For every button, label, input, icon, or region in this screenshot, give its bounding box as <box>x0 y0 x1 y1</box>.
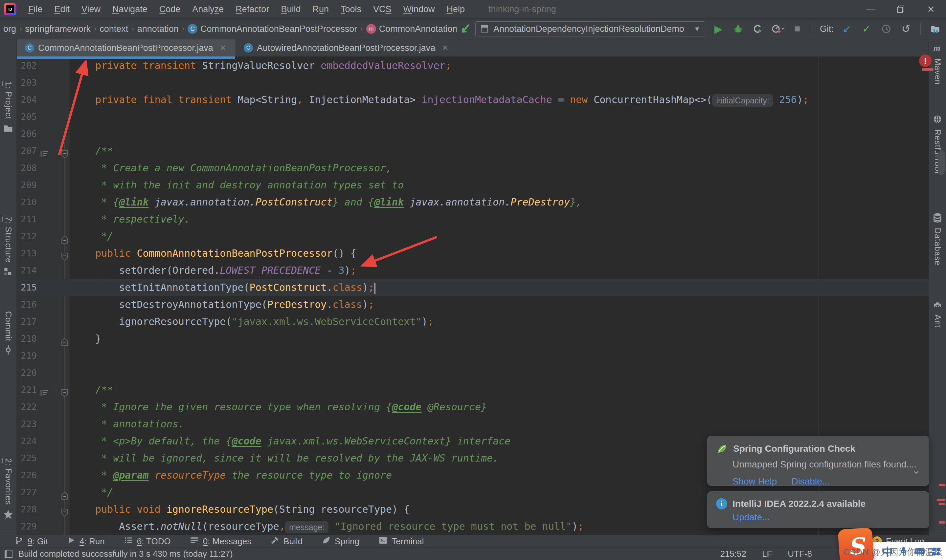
line-number[interactable]: 213 <box>17 245 37 262</box>
line-number[interactable]: 226 <box>17 467 37 484</box>
breadcrumb-item-1[interactable]: org <box>3 24 16 34</box>
code-line-213[interactable]: 213public CommonAnnotationBeanPostProces… <box>17 245 946 262</box>
debug-button[interactable] <box>732 22 745 35</box>
line-number[interactable]: 223 <box>17 415 37 432</box>
restore-button[interactable] <box>886 0 916 18</box>
close-tab-icon[interactable]: ✕ <box>220 43 226 52</box>
breadcrumb-item-5[interactable]: CCommonAnnotationBeanPostProcessor <box>188 24 357 34</box>
code-line-222[interactable]: 222 * Ignore the given resource type whe… <box>17 398 946 415</box>
line-number[interactable]: 219 <box>17 347 37 365</box>
menu-item-window[interactable]: Window <box>399 3 439 16</box>
project-structure-button[interactable] <box>929 22 942 35</box>
sidebar-item-database[interactable]: Database <box>929 213 946 266</box>
code-line-206[interactable]: 206 <box>17 125 946 143</box>
close-button[interactable]: ✕ <box>916 0 946 18</box>
line-number[interactable]: 210 <box>17 194 37 211</box>
toolwindow-messages[interactable]: 0: Messages <box>190 536 251 547</box>
scroll-from-source-icon[interactable] <box>459 23 471 37</box>
notification-spring-config[interactable]: Spring Configuration Check Unmapped Spri… <box>707 436 929 486</box>
background-tasks-icon[interactable] <box>5 550 12 558</box>
error-stripe-mark[interactable] <box>939 503 945 505</box>
toolwindow-run[interactable]: 4: Run <box>67 536 105 547</box>
menu-item-file[interactable]: File <box>24 3 47 16</box>
code-line-207[interactable]: 207/** <box>17 143 946 160</box>
stop-button[interactable] <box>790 22 804 35</box>
menu-item-tools[interactable]: Tools <box>336 3 366 16</box>
line-number[interactable]: 208 <box>17 160 37 177</box>
code-line-214[interactable]: 214 setOrder(Ordered.LOWEST_PRECEDENCE -… <box>17 262 946 279</box>
breadcrumb-item-6[interactable]: mCommonAnnotationB <box>366 24 456 34</box>
code-line-211[interactable]: 211 * respectively. <box>17 211 946 228</box>
git-update-button[interactable]: ↙ <box>840 22 854 35</box>
line-number[interactable]: 204 <box>17 91 37 108</box>
git-commit-button[interactable]: ✓ <box>860 22 873 35</box>
code-line-209[interactable]: 209 * with the init and destroy annotati… <box>17 177 946 194</box>
error-stripe-mark[interactable] <box>937 499 945 501</box>
breadcrumb-item-2[interactable]: springframework <box>25 24 91 34</box>
sidebar-item-maven[interactable]: mMaven <box>929 43 946 85</box>
error-stripe-mark[interactable] <box>922 68 934 71</box>
line-number[interactable]: 220 <box>17 365 37 382</box>
sidebar-item-commit[interactable]: Commit <box>0 311 17 356</box>
menu-item-run[interactable]: Run <box>308 3 333 16</box>
breadcrumb-item-3[interactable]: context <box>100 24 128 34</box>
code-line-203[interactable]: 203 <box>17 74 946 91</box>
editor-tab-2[interactable]: CAutowiredAnnotationBeanPostProcessor.ja… <box>235 39 457 57</box>
toolwindow-terminal[interactable]: Terminal <box>378 536 424 547</box>
code-line-212[interactable]: 212 */ <box>17 228 946 245</box>
sidebar-item-favorites[interactable]: 2: Favorites <box>0 458 17 521</box>
rollback-button[interactable]: ↺ <box>899 22 912 35</box>
toolwindow-spring[interactable]: Spring <box>322 536 359 547</box>
menu-item-build[interactable]: Build <box>276 3 305 16</box>
update-link[interactable]: Update... <box>732 512 770 523</box>
line-number[interactable]: 207 <box>17 143 37 160</box>
code-line-210[interactable]: 210 * {@link javax.annotation.PostConstr… <box>17 194 946 211</box>
line-number[interactable]: 202 <box>17 57 37 74</box>
sidebar-item-ant[interactable]: Ant <box>929 299 946 328</box>
line-number[interactable]: 205 <box>17 108 37 125</box>
line-number[interactable]: 224 <box>17 432 37 450</box>
code-line-219[interactable]: 219 <box>17 347 946 365</box>
menu-item-help[interactable]: Help <box>442 3 470 16</box>
code-line-218[interactable]: 218} <box>17 330 946 347</box>
line-number[interactable]: 228 <box>17 501 37 518</box>
code-line-208[interactable]: 208 * Create a new CommonAnnotationBeanP… <box>17 160 946 177</box>
line-number[interactable]: 222 <box>17 398 37 415</box>
code-line-223[interactable]: 223 * annotations. <box>17 415 946 432</box>
show-help-link[interactable]: Show Help <box>732 476 777 487</box>
line-number[interactable]: 215 <box>17 279 37 296</box>
sidebar-item-project[interactable]: 1: Project <box>0 82 17 135</box>
sidebar-item-structure[interactable]: 7: Structure <box>0 217 17 277</box>
editor-scrollbar[interactable] <box>938 150 945 175</box>
line-number[interactable]: 217 <box>17 313 37 330</box>
file-encoding[interactable]: UTF-8 <box>788 549 812 559</box>
caret-position[interactable]: 215:52 <box>720 549 746 559</box>
menu-item-view[interactable]: View <box>77 3 105 16</box>
line-number[interactable]: 209 <box>17 177 37 194</box>
close-tab-icon[interactable]: ✕ <box>442 43 448 52</box>
line-number[interactable]: 218 <box>17 330 37 347</box>
toolwindow-build[interactable]: Build <box>270 536 302 547</box>
line-number[interactable]: 227 <box>17 484 37 501</box>
line-number[interactable]: 212 <box>17 228 37 245</box>
menu-item-analyze[interactable]: Analyze <box>188 3 228 16</box>
line-number[interactable]: 211 <box>17 211 37 228</box>
menu-item-vcs[interactable]: VCS <box>368 3 396 16</box>
toolwindow-git[interactable]: 9: Git <box>14 536 48 547</box>
line-number[interactable]: 206 <box>17 125 37 143</box>
code-line-217[interactable]: 217 ignoreResourceType("javax.xml.ws.Web… <box>17 313 946 330</box>
history-button[interactable] <box>880 22 893 35</box>
notification-idea-update[interactable]: i IntelliJ IDEA 2022.2.4 available Updat… <box>707 491 929 528</box>
code-line-220[interactable]: 220 <box>17 365 946 382</box>
line-number[interactable]: 216 <box>17 296 37 313</box>
menu-item-code[interactable]: Code <box>155 3 185 16</box>
error-stripe-mark[interactable] <box>939 484 945 486</box>
code-line-221[interactable]: 221/** <box>17 382 946 398</box>
code-line-215[interactable]: 215 setInitAnnotationType(PostConstruct.… <box>17 279 946 296</box>
editor-tab-1[interactable]: CCommonAnnotationBeanPostProcessor.java✕ <box>17 39 235 57</box>
expand-chevron-icon[interactable]: ⌄ <box>912 465 920 476</box>
line-number[interactable]: 229 <box>17 518 37 535</box>
file-errors-indicator[interactable]: ! <box>919 54 932 67</box>
error-stripe-mark[interactable] <box>939 521 945 523</box>
breadcrumb-item-4[interactable]: annotation <box>137 24 179 34</box>
